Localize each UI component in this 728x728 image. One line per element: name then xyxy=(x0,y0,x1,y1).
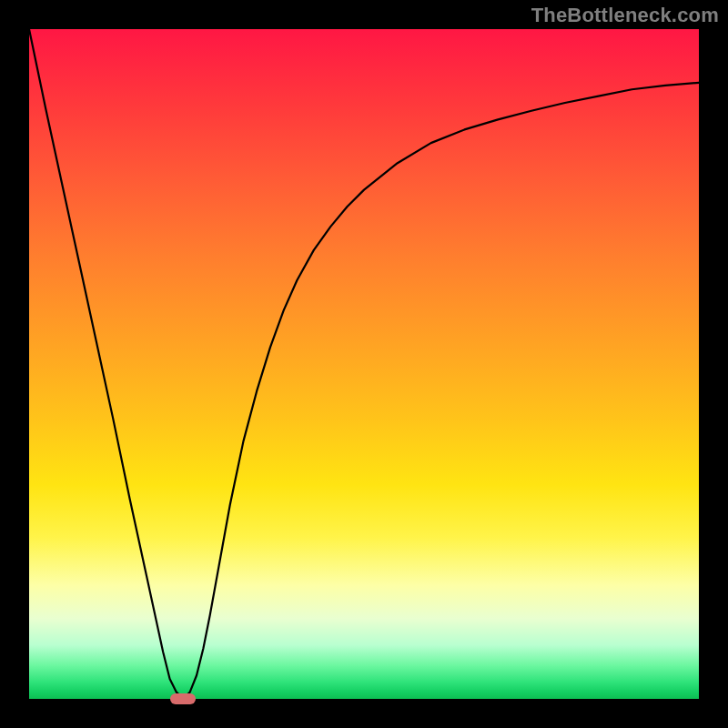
minimum-marker xyxy=(170,693,196,704)
chart-frame: TheBottleneck.com xyxy=(0,0,728,728)
plot-area xyxy=(29,29,699,699)
bottleneck-curve xyxy=(29,29,699,699)
watermark-text: TheBottleneck.com xyxy=(531,4,719,27)
curve-svg xyxy=(29,29,699,699)
